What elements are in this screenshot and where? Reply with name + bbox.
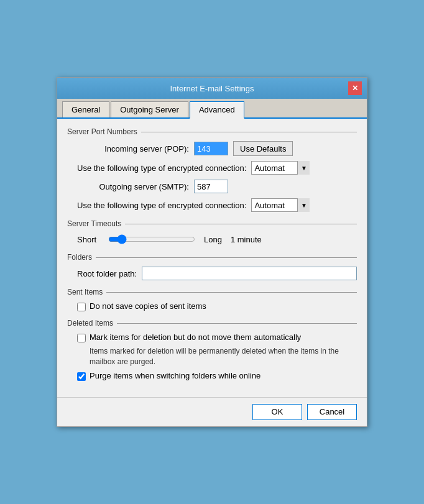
purge-label: Purge items when switching folders while…	[90, 371, 260, 380]
sent-items-section: Sent Items Do not save copies of sent it…	[67, 288, 357, 311]
content-panel: Server Port Numbers Incoming server (POP…	[57, 119, 367, 397]
deletion-info-text: Items marked for deletion will be perman…	[67, 346, 357, 367]
purge-checkbox[interactable]	[77, 372, 86, 381]
do-not-save-label: Do not save copies of sent items	[90, 301, 206, 311]
sent-items-title: Sent Items	[67, 288, 357, 296]
purge-row: Purge items when switching folders while…	[67, 371, 357, 381]
folders-title: Folders	[67, 253, 357, 262]
tab-advanced[interactable]: Advanced	[190, 101, 244, 119]
use-defaults-button[interactable]: Use Defaults	[233, 141, 293, 156]
do-not-save-checkbox[interactable]	[77, 303, 86, 311]
cancel-button[interactable]: Cancel	[307, 404, 357, 420]
deleted-items-title: Deleted Items	[67, 319, 357, 328]
outgoing-encryption-row: Use the following type of encrypted conn…	[67, 198, 357, 212]
timeout-slider[interactable]	[108, 233, 195, 245]
dialog: Internet E-mail Settings ✕ General Outgo…	[57, 77, 367, 427]
mark-deletion-checkbox[interactable]	[77, 334, 86, 342]
incoming-encryption-row: Use the following type of encrypted conn…	[67, 161, 357, 175]
outgoing-encryption-dropdown-wrapper: Automat None SSL/TLS STARTTLS ▼	[251, 198, 310, 212]
server-ports-title: Server Port Numbers	[67, 127, 357, 136]
server-timeouts-section: Server Timeouts Short Long 1 minute	[67, 219, 357, 245]
do-not-save-row: Do not save copies of sent items	[67, 301, 357, 311]
outgoing-server-input[interactable]	[194, 180, 228, 193]
outgoing-server-label: Outgoing server (SMTP):	[77, 182, 189, 191]
incoming-encryption-select[interactable]: Automat None SSL/TLS STARTTLS	[251, 161, 310, 175]
outgoing-encryption-label: Use the following type of encrypted conn…	[77, 201, 246, 210]
incoming-encryption-label: Use the following type of encrypted conn…	[77, 163, 246, 173]
mark-deletion-label: Mark items for deletion but do not move …	[90, 332, 301, 342]
outgoing-server-row: Outgoing server (SMTP):	[67, 180, 357, 193]
timeout-slider-row: Short Long 1 minute	[67, 233, 357, 245]
outgoing-encryption-select[interactable]: Automat None SSL/TLS STARTTLS	[251, 198, 310, 212]
incoming-server-row: Incoming server (POP): Use Defaults	[67, 141, 357, 156]
title-bar: Internet E-mail Settings ✕	[57, 78, 367, 99]
close-button[interactable]: ✕	[348, 81, 362, 95]
folders-section: Folders Root folder path:	[67, 253, 357, 280]
incoming-encryption-dropdown-wrapper: Automat None SSL/TLS STARTTLS ▼	[251, 161, 310, 175]
root-folder-label: Root folder path:	[77, 269, 137, 278]
incoming-server-label: Incoming server (POP):	[77, 144, 189, 153]
tab-general[interactable]: General	[62, 101, 109, 117]
timeout-value: 1 minute	[231, 235, 262, 244]
server-ports-section: Server Port Numbers Incoming server (POP…	[67, 127, 357, 212]
tab-bar: General Outgoing Server Advanced	[57, 99, 367, 119]
ok-button[interactable]: OK	[252, 404, 302, 420]
root-folder-row: Root folder path:	[67, 267, 357, 280]
short-label: Short	[77, 235, 102, 244]
server-timeouts-title: Server Timeouts	[67, 219, 357, 228]
mark-deletion-row: Mark items for deletion but do not move …	[67, 332, 357, 342]
deleted-items-section: Deleted Items Mark items for deletion bu…	[67, 319, 357, 381]
dialog-title: Internet E-mail Settings	[76, 84, 348, 93]
tab-outgoing-server[interactable]: Outgoing Server	[111, 101, 188, 117]
footer: OK Cancel	[57, 397, 367, 426]
root-folder-input[interactable]	[142, 267, 357, 280]
incoming-server-input[interactable]	[194, 142, 228, 155]
long-label: Long	[204, 235, 222, 244]
